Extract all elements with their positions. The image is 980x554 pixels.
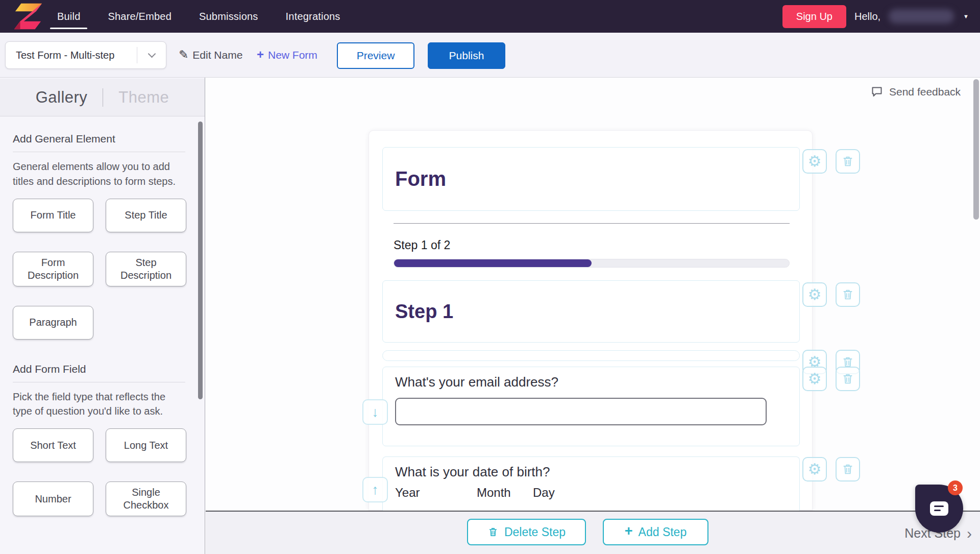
general-elements-grid: Form Title Step Title Form Description S…: [13, 199, 185, 340]
trash-icon: [841, 155, 854, 168]
tab-theme[interactable]: Theme: [118, 88, 169, 107]
form-toolbar: Test Form - Multi-step ✎ Edit Name + New…: [0, 33, 980, 78]
gear-icon: ⚙: [808, 462, 822, 477]
speech-bubble-icon: [871, 86, 883, 98]
plus-icon: +: [257, 47, 264, 62]
section-divider: [13, 152, 185, 152]
email-question-delete-button[interactable]: [836, 367, 860, 391]
sidebar-tab-divider: [103, 88, 103, 107]
trash-icon: [841, 372, 854, 386]
trash-icon: [841, 463, 854, 476]
step-progress-bar: [394, 259, 790, 268]
general-elements-heading: Add General Element: [13, 133, 185, 145]
form-name-dropdown[interactable]: Test Form - Multi-step: [5, 41, 166, 69]
dob-question-label: What is your date of birth?: [395, 464, 550, 480]
gear-icon: ⚙: [808, 154, 822, 169]
account-caret-icon[interactable]: ▼: [963, 13, 969, 19]
collapsed-element[interactable]: [382, 350, 800, 361]
dob-month-label: Month: [477, 486, 511, 500]
step-progress-fill: [394, 259, 592, 267]
main-nav-tabs: Build Share/Embed Submissions Integratio…: [55, 0, 342, 33]
field-long-text[interactable]: Long Text: [106, 428, 186, 462]
chevron-right-icon: ›: [967, 525, 972, 542]
form-title-text: Form: [395, 167, 446, 190]
element-step-title[interactable]: Step Title: [106, 199, 186, 232]
dob-day-label: Day: [533, 486, 555, 500]
move-down-button[interactable]: ↓: [362, 399, 388, 425]
tab-integrations[interactable]: Integrations: [284, 0, 342, 33]
top-navbar: Build Share/Embed Submissions Integratio…: [0, 0, 980, 33]
tab-submissions[interactable]: Submissions: [197, 0, 260, 33]
preview-button[interactable]: Preview: [337, 42, 414, 69]
step-title-settings-button[interactable]: ⚙: [802, 282, 827, 307]
form-title-element[interactable]: Form: [382, 147, 800, 211]
add-step-button[interactable]: + Add Step: [603, 519, 708, 545]
dropdown-chevron-icon[interactable]: [137, 54, 166, 57]
element-step-description[interactable]: Step Description: [106, 252, 186, 286]
email-question-element[interactable]: What's your email address?: [382, 367, 800, 446]
navbar-right: Sign Up Hello, ▼: [782, 0, 969, 33]
general-elements-description: General elements allow you to add titles…: [13, 159, 185, 189]
step-title-delete-button[interactable]: [836, 282, 860, 307]
element-form-title[interactable]: Form Title: [13, 199, 93, 232]
tab-gallery[interactable]: Gallery: [36, 88, 88, 107]
chat-unread-badge: 3: [948, 480, 963, 495]
trash-icon: [841, 288, 854, 301]
app-window: Build Share/Embed Submissions Integratio…: [0, 0, 980, 554]
email-answer-input[interactable]: [395, 398, 767, 425]
canvas-scrollbar[interactable]: [973, 79, 979, 220]
sidebar-content: Add General Element General elements all…: [0, 116, 205, 554]
section-divider: [13, 382, 185, 382]
dob-part-labels: Year Month Day: [395, 486, 783, 503]
element-form-description[interactable]: Form Description: [13, 252, 93, 286]
email-question-settings-button[interactable]: ⚙: [802, 367, 827, 391]
dob-question-settings-button[interactable]: ⚙: [802, 457, 827, 481]
delete-step-label: Delete Step: [504, 525, 566, 539]
sign-up-button[interactable]: Sign Up: [782, 5, 846, 28]
edit-name-button[interactable]: ✎ Edit Name: [179, 41, 242, 69]
send-feedback-button[interactable]: Send feedback: [871, 86, 961, 98]
new-form-label: New Form: [268, 49, 317, 61]
tab-build[interactable]: Build: [55, 0, 82, 33]
gear-icon: ⚙: [808, 371, 822, 387]
delete-step-button[interactable]: Delete Step: [467, 519, 586, 545]
step-indicator: Step 1 of 2: [394, 238, 450, 252]
publish-button[interactable]: Publish: [428, 42, 505, 69]
add-step-label: Add Step: [639, 525, 687, 539]
dob-year-label: Year: [395, 486, 420, 500]
step-title-text: Step 1: [395, 301, 453, 323]
field-single-checkbox[interactable]: Single Checkbox: [106, 481, 186, 516]
element-gallery-sidebar: Gallery Theme Add General Element Genera…: [0, 78, 205, 554]
plus-icon: +: [625, 523, 633, 539]
sidebar-scrollbar[interactable]: [198, 122, 203, 399]
element-paragraph[interactable]: Paragraph: [13, 306, 93, 340]
step-controls-bar: Delete Step + Add Step Next Step ›: [206, 511, 980, 554]
form-divider: [394, 223, 790, 224]
arrow-down-icon: ↓: [372, 404, 379, 420]
form-fields-heading: Add Form Field: [13, 363, 185, 375]
new-form-button[interactable]: + New Form: [257, 41, 317, 69]
field-short-text[interactable]: Short Text: [13, 428, 93, 462]
form-title-delete-button[interactable]: [836, 149, 860, 174]
gear-icon: ⚙: [808, 287, 822, 302]
tab-share-embed[interactable]: Share/Embed: [106, 0, 174, 33]
form-title-settings-button[interactable]: ⚙: [802, 149, 827, 174]
email-question-label: What's your email address?: [395, 374, 558, 390]
form-name-value: Test Form - Multi-step: [6, 50, 137, 61]
app-logo-icon[interactable]: [13, 2, 43, 31]
dob-question-delete-button[interactable]: [836, 457, 860, 481]
arrow-up-icon: ↑: [372, 482, 379, 498]
form-fields-description: Pick the field type that reflects the ty…: [13, 390, 185, 419]
edit-name-label: Edit Name: [192, 49, 242, 61]
step-title-element[interactable]: Step 1: [382, 280, 800, 343]
pencil-icon: ✎: [179, 48, 188, 62]
greeting-text: Hello,: [854, 11, 880, 22]
chat-launcher-button[interactable]: 3: [915, 485, 963, 533]
username-blurred: [889, 9, 954, 23]
sidebar-tabs: Gallery Theme: [0, 79, 205, 116]
field-number[interactable]: Number: [13, 481, 93, 516]
chat-message-icon: [930, 501, 948, 516]
form-preview-card: Form Step 1 of 2 Step 1 What's your emai…: [369, 130, 813, 511]
move-up-button[interactable]: ↑: [362, 477, 388, 502]
form-fields-grid: Short Text Long Text Number Single Check…: [13, 428, 185, 516]
